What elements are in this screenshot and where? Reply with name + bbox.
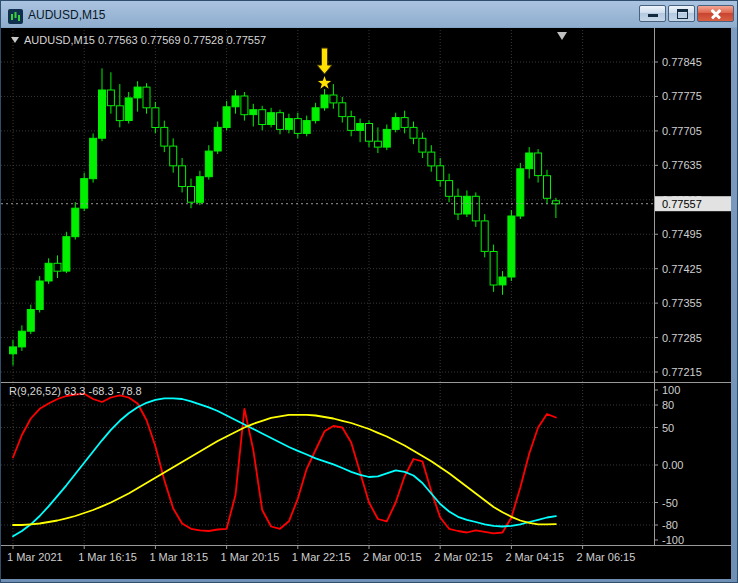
svg-text:1 Mar 2021: 1 Mar 2021 (7, 551, 63, 563)
minimize-icon (648, 14, 658, 17)
svg-text:0.77425: 0.77425 (662, 263, 702, 275)
svg-text:100: 100 (662, 384, 680, 396)
svg-text:1 Mar 16:15: 1 Mar 16:15 (78, 551, 137, 563)
svg-text:0.77845: 0.77845 (662, 56, 702, 68)
svg-text:1 Mar 18:15: 1 Mar 18:15 (149, 551, 208, 563)
svg-text:80: 80 (662, 399, 674, 411)
svg-text:0.77355: 0.77355 (662, 297, 702, 309)
candle (490, 245, 497, 292)
svg-text:-80: -80 (662, 519, 678, 531)
window-title: AUDUSD,M15 (28, 8, 639, 22)
svg-text:0.77495: 0.77495 (662, 228, 702, 240)
svg-text:0.77215: 0.77215 (662, 366, 702, 378)
minimize-button[interactable] (639, 5, 666, 22)
window-titlebar[interactable]: AUDUSD,M15 (1, 1, 737, 28)
indicator-label-text: R(9,26,52) 63.3 -68.3 -78.8 (9, 385, 142, 397)
mt4-chart-window: AUDUSD,M15 0.778450.777750.777050.776350… (0, 0, 738, 583)
svg-text:2 Mar 06:15: 2 Mar 06:15 (577, 551, 636, 563)
svg-text:-100: -100 (662, 534, 684, 546)
svg-text:1 Mar 20:15: 1 Mar 20:15 (221, 551, 280, 563)
candle (517, 163, 524, 219)
window-controls (639, 5, 734, 22)
candle (481, 214, 488, 257)
svg-text:1 Mar 22:15: 1 Mar 22:15 (292, 551, 351, 563)
candle (63, 232, 70, 273)
chart-canvas[interactable]: 0.778450.777750.777050.776350.775650.774… (1, 28, 731, 579)
one-click-trading-expand-icon[interactable] (11, 37, 19, 43)
chart-symbol-header: AUDUSD,M15 0.77563 0.77569 0.77528 0.775… (11, 34, 266, 46)
candle (72, 202, 79, 239)
candle (36, 276, 43, 312)
candle (81, 173, 88, 211)
svg-text:0.77635: 0.77635 (662, 159, 702, 171)
maximize-button[interactable] (668, 5, 695, 22)
svg-text:0.00: 0.00 (662, 459, 683, 471)
svg-text:50: 50 (662, 422, 674, 434)
svg-text:0.77705: 0.77705 (662, 125, 702, 137)
svg-text:2 Mar 00:15: 2 Mar 00:15 (363, 551, 422, 563)
current-price-tag: 0.77557 (655, 196, 731, 211)
close-button[interactable] (697, 5, 734, 22)
candle (508, 210, 515, 281)
svg-text:0.77557: 0.77557 (662, 198, 702, 210)
svg-text:0.77775: 0.77775 (662, 90, 702, 102)
chart-client-area: 0.778450.777750.777050.776350.775650.774… (1, 28, 731, 579)
symbol-ohlc-text: AUDUSD,M15 0.77563 0.77569 0.77528 0.775… (24, 34, 266, 46)
candle (90, 133, 97, 182)
chart-window-icon (8, 9, 23, 24)
svg-text:-50: -50 (662, 497, 678, 509)
svg-text:2 Mar 04:15: 2 Mar 04:15 (505, 551, 564, 563)
svg-text:2 Mar 02:15: 2 Mar 02:15 (434, 551, 493, 563)
indicator-header: R(9,26,52) 63.3 -68.3 -78.8 (9, 385, 142, 397)
candle (27, 305, 34, 335)
svg-text:0.77285: 0.77285 (662, 332, 702, 344)
maximize-icon (677, 9, 688, 19)
